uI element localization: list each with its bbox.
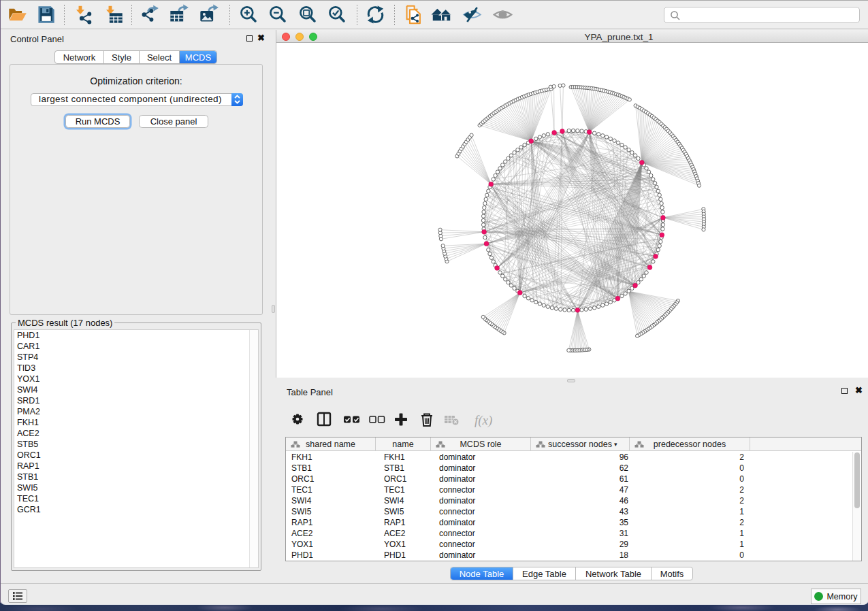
svg-text:f(x): f(x) [475,413,492,428]
